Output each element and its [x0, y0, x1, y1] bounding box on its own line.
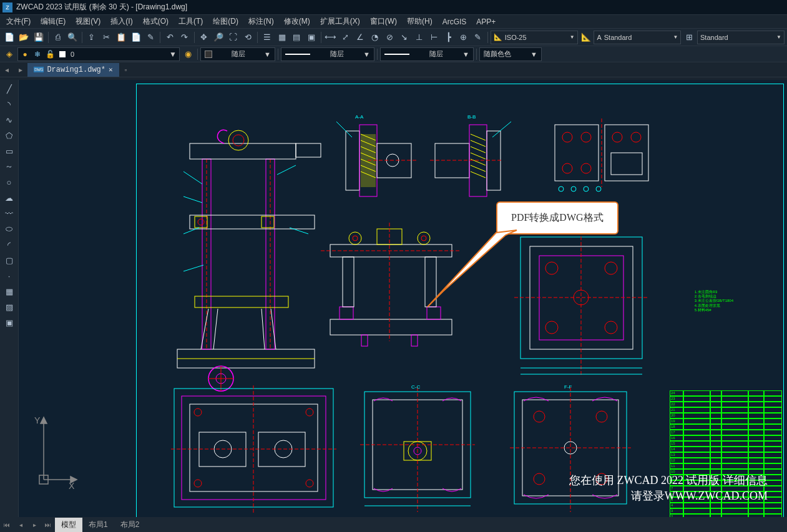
layermgr-button[interactable]: ◈ [2, 47, 16, 61]
dim-radius-icon[interactable]: ◔ [368, 31, 382, 44]
menu-h[interactable]: 帮助(H) [402, 15, 437, 28]
calc-button[interactable]: ▣ [305, 31, 318, 44]
svg-point-60 [584, 186, 589, 191]
layout-tab-2[interactable]: 布局2 [114, 518, 146, 532]
undo-button[interactable]: ↶ [163, 31, 177, 44]
menu-i[interactable]: 插入(I) [105, 15, 137, 28]
spline-tool-button[interactable]: ∿ [2, 112, 17, 127]
layer-selector[interactable]: ● ❄ 🔓 ▼ [17, 47, 180, 61]
match-button[interactable]: ✎ [144, 31, 158, 44]
block-dropdown[interactable]: 随层▼ [200, 47, 275, 61]
zoom-button[interactable]: 🔎 [212, 31, 225, 44]
file-tab-drawing1[interactable]: DWG Drawing1.dwg* ✕ [27, 63, 119, 77]
layer-on-icon[interactable]: ● [21, 50, 29, 59]
earc-tool-button[interactable]: ◜ [2, 237, 17, 252]
svg-line-28 [183, 172, 202, 184]
dim-leader-icon[interactable]: ↘ [398, 31, 411, 44]
palette-button[interactable]: ▤ [290, 31, 303, 44]
block-tool-button[interactable]: ▢ [2, 253, 17, 268]
layout-tab-1[interactable]: 布局1 [82, 518, 114, 532]
menu-x[interactable]: 扩展工具(X) [315, 15, 365, 28]
menu-m[interactable]: 修改(M) [279, 15, 315, 28]
ellipse-tool-button[interactable]: ⬭ [2, 221, 17, 236]
textstyle-dropdown[interactable]: AStandard▼ [594, 31, 681, 44]
designcenter-button[interactable]: ▦ [275, 31, 289, 44]
svg-text:B-B: B-B [467, 114, 476, 120]
zoomprev-button[interactable]: ⟲ [242, 31, 255, 44]
layer-lock-icon[interactable]: 🔓 [46, 50, 54, 59]
tab-prev-button[interactable]: ◂ [0, 63, 14, 77]
redo-button[interactable]: ↷ [178, 31, 192, 44]
plot-button[interactable]: ⎙ [51, 31, 65, 44]
preview-button[interactable]: 🔍 [66, 31, 80, 44]
menu-n[interactable]: 标注(N) [243, 15, 279, 28]
plotcolor-dropdown[interactable]: 随颜色色▼ [479, 47, 542, 61]
dimstyle-dropdown[interactable]: 📐ISO-25▼ [491, 31, 578, 44]
menu-f[interactable]: 文件(F) [1, 15, 36, 28]
layer-color-icon[interactable] [58, 50, 67, 59]
save-button[interactable]: 💾 [32, 31, 46, 44]
cloud-tool-button[interactable]: ☁ [2, 190, 17, 205]
rect-tool-button[interactable]: ▭ [2, 143, 17, 158]
polygon-tool-button[interactable]: ⬠ [2, 128, 17, 143]
layout-tab-0[interactable]: 模型 [55, 518, 82, 532]
dim-edit-icon[interactable]: ✎ [471, 31, 485, 44]
pt-tool-button[interactable]: · [2, 268, 17, 283]
arc-tool-button[interactable]: ◝ [2, 97, 17, 112]
layout-prev-button[interactable]: ◂ [14, 518, 27, 531]
menu-d[interactable]: 绘图(D) [208, 15, 243, 28]
menu-o[interactable]: 格式(O) [138, 15, 174, 28]
menu-app[interactable]: APP+ [471, 16, 501, 27]
dim-linear-icon[interactable]: ⟷ [324, 31, 338, 44]
curve-tool-button[interactable]: ～ [2, 159, 17, 174]
menu-w[interactable]: 窗口(W) [365, 15, 402, 28]
dim-aligned-icon[interactable]: ⤢ [338, 31, 352, 44]
menu-t[interactable]: 工具(T) [174, 15, 208, 28]
layer-freeze-icon[interactable]: ❄ [33, 50, 42, 59]
cut-button[interactable]: ✂ [100, 31, 114, 44]
layout-next-button[interactable]: ▸ [27, 518, 41, 531]
new-button[interactable]: 📄 [2, 31, 16, 44]
props-button[interactable]: ☰ [260, 31, 274, 44]
pan-button[interactable]: ✥ [197, 31, 211, 44]
layout-last-button[interactable]: ⏭ [41, 518, 55, 531]
paste-button[interactable]: 📄 [129, 31, 143, 44]
area-tool-button[interactable]: ▣ [2, 315, 17, 330]
open-button[interactable]: 📂 [17, 31, 31, 44]
dim-cont-icon[interactable]: ⊢ [427, 31, 441, 44]
layeriso-button[interactable]: ◉ [181, 47, 195, 61]
publish-button[interactable]: ⇪ [85, 31, 99, 44]
lineweight-dropdown[interactable]: 随层▼ [380, 47, 474, 61]
line-tool-button[interactable]: ╱ [2, 81, 17, 96]
titlebar: Z ZWCAD 2023 试用版 (剩余 30 天) - [Drawing1.d… [0, 0, 787, 15]
close-tab-button[interactable]: ✕ [109, 65, 113, 74]
hatch-tool-button[interactable]: ▨ [2, 299, 17, 314]
layout-first-button[interactable]: ⏮ [0, 518, 14, 531]
tablestyle-dropdown[interactable]: Standard▼ [697, 31, 785, 44]
dimstyle-manager-icon[interactable]: 📐 [579, 31, 593, 44]
linetype-dropdown[interactable]: 随层▼ [281, 47, 374, 61]
dim-dia-icon[interactable]: ⊘ [383, 31, 396, 44]
svg-point-82 [545, 321, 558, 334]
svg-rect-63 [340, 307, 353, 319]
wave-tool-button[interactable]: 〰 [2, 206, 17, 221]
dim-center-icon[interactable]: ⊕ [456, 31, 470, 44]
zoomwin-button[interactable]: ⛶ [227, 31, 240, 44]
new-tab-button[interactable]: ▫ [119, 63, 133, 77]
copy-button[interactable]: 📋 [114, 31, 128, 44]
menu-v[interactable]: 视图(V) [71, 15, 105, 28]
drawing-canvas[interactable]: Y X [19, 80, 787, 517]
grid-tool-button[interactable]: ▦ [2, 284, 17, 299]
layer-name-input[interactable] [71, 51, 165, 58]
circle-tool-button[interactable]: ○ [2, 175, 17, 190]
dim-base-icon[interactable]: ┣ [442, 31, 456, 44]
dim-angular-icon[interactable]: ∠ [353, 31, 367, 44]
menu-arcgis[interactable]: ArcGIS [437, 16, 472, 27]
dim-ord-icon[interactable]: ⊥ [413, 31, 426, 44]
svg-point-113 [534, 411, 545, 422]
tablestyle-icon[interactable]: ⊞ [682, 31, 696, 44]
svg-point-17 [228, 130, 248, 150]
tab-next-button[interactable]: ▸ [14, 63, 27, 77]
menu-e[interactable]: 编辑(E) [36, 15, 71, 28]
svg-line-27 [271, 309, 276, 349]
